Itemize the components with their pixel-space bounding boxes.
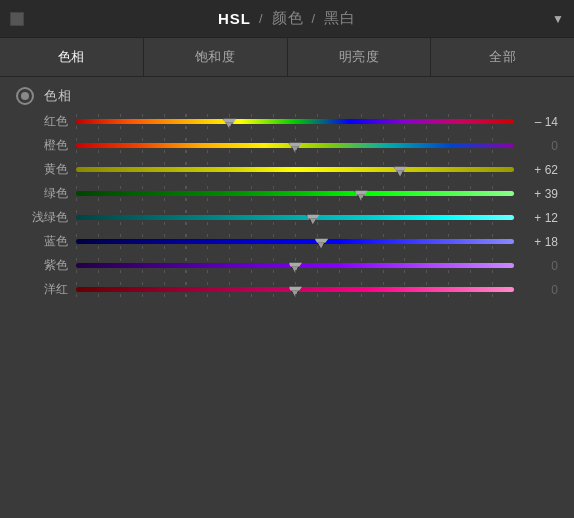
slider-thumb-red[interactable] xyxy=(222,115,236,129)
slider-label-aqua: 浅绿色 xyxy=(16,209,68,226)
tab-hue[interactable]: 色相 xyxy=(0,38,144,76)
slider-track-purple[interactable] xyxy=(76,259,514,273)
slider-thumb-purple[interactable] xyxy=(288,259,302,273)
slider-track-green[interactable] xyxy=(76,187,514,201)
panel-title: HSL / 颜色 / 黑白 xyxy=(218,9,356,28)
slider-label-blue: 蓝色 xyxy=(16,233,68,250)
section-header: 色相 xyxy=(16,87,558,105)
sep2: / xyxy=(312,11,317,26)
menu-icon[interactable] xyxy=(10,12,24,26)
slider-track-aqua[interactable] xyxy=(76,211,514,225)
slider-thumb-green[interactable] xyxy=(354,187,368,201)
tab-row: 色相 饱和度 明亮度 全部 xyxy=(0,38,574,77)
slider-thumb-yellow[interactable] xyxy=(393,163,407,177)
slider-track-orange[interactable] xyxy=(76,139,514,153)
slider-track-red[interactable] xyxy=(76,115,514,129)
bw-label: 黑白 xyxy=(324,9,356,28)
slider-row-orange: 橙色0 xyxy=(16,137,558,154)
slider-track-yellow[interactable] xyxy=(76,163,514,177)
slider-label-purple: 紫色 xyxy=(16,257,68,274)
sliders-container: 红色– 14橙色0黄色+ 62绿色+ 39浅绿色+ 12蓝色+ 18紫色0洋红0 xyxy=(16,113,558,298)
slider-label-yellow: 黄色 xyxy=(16,161,68,178)
slider-track-blue[interactable] xyxy=(76,235,514,249)
track-fill-green xyxy=(76,191,514,196)
slider-label-orange: 橙色 xyxy=(16,137,68,154)
radio-button[interactable] xyxy=(16,87,34,105)
track-fill-magenta xyxy=(76,287,514,292)
slider-thumb-magenta[interactable] xyxy=(288,283,302,297)
hsl-label: HSL xyxy=(218,10,251,27)
slider-row-magenta: 洋红0 xyxy=(16,281,558,298)
track-fill-red xyxy=(76,119,514,124)
section-title: 色相 xyxy=(44,87,71,105)
slider-label-green: 绿色 xyxy=(16,185,68,202)
slider-row-green: 绿色+ 39 xyxy=(16,185,558,202)
slider-row-blue: 蓝色+ 18 xyxy=(16,233,558,250)
track-fill-aqua xyxy=(76,215,514,220)
color-label: 颜色 xyxy=(272,9,304,28)
content-area: 色相 红色– 14橙色0黄色+ 62绿色+ 39浅绿色+ 12蓝色+ 18紫色0… xyxy=(0,77,574,518)
slider-row-purple: 紫色0 xyxy=(16,257,558,274)
slider-value-blue: + 18 xyxy=(522,235,558,249)
track-fill-purple xyxy=(76,263,514,268)
slider-value-aqua: + 12 xyxy=(522,211,558,225)
slider-value-green: + 39 xyxy=(522,187,558,201)
tab-saturation[interactable]: 饱和度 xyxy=(144,38,288,76)
top-bar: HSL / 颜色 / 黑白 ▼ xyxy=(0,0,574,38)
sep1: / xyxy=(259,11,264,26)
slider-label-magenta: 洋红 xyxy=(16,281,68,298)
slider-row-red: 红色– 14 xyxy=(16,113,558,130)
track-fill-yellow xyxy=(76,167,514,172)
slider-value-purple: 0 xyxy=(522,259,558,273)
slider-value-yellow: + 62 xyxy=(522,163,558,177)
tab-all[interactable]: 全部 xyxy=(431,38,574,76)
slider-label-red: 红色 xyxy=(16,113,68,130)
slider-track-magenta[interactable] xyxy=(76,283,514,297)
slider-thumb-blue[interactable] xyxy=(314,235,328,249)
hsl-panel: HSL / 颜色 / 黑白 ▼ 色相 饱和度 明亮度 全部 色相 红色– 14橙… xyxy=(0,0,574,518)
slider-value-orange: 0 xyxy=(522,139,558,153)
slider-value-red: – 14 xyxy=(522,115,558,129)
track-fill-orange xyxy=(76,143,514,148)
slider-value-magenta: 0 xyxy=(522,283,558,297)
dropdown-arrow[interactable]: ▼ xyxy=(552,12,564,26)
slider-row-aqua: 浅绿色+ 12 xyxy=(16,209,558,226)
slider-row-yellow: 黄色+ 62 xyxy=(16,161,558,178)
track-fill-blue xyxy=(76,239,514,244)
slider-thumb-aqua[interactable] xyxy=(306,211,320,225)
slider-thumb-orange[interactable] xyxy=(288,139,302,153)
tab-luminance[interactable]: 明亮度 xyxy=(288,38,432,76)
